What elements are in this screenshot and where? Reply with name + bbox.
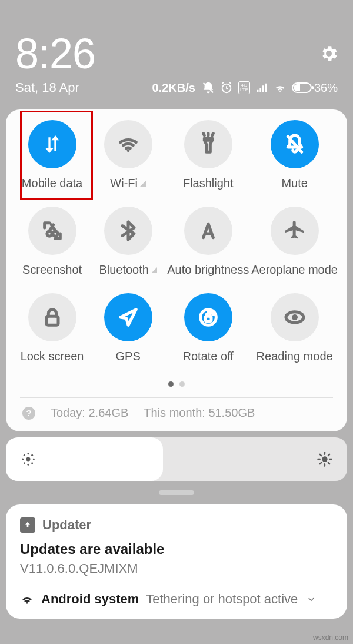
alarm-icon [220,81,233,94]
panel-handle[interactable] [159,490,194,495]
svg-point-14 [33,458,35,460]
notif-title: Updates are available [20,541,333,557]
tile-airplane[interactable]: Aeroplane mode [251,207,338,277]
tile-gps[interactable]: GPS [91,293,165,363]
tile-flashlight[interactable]: Flashlight [167,120,249,190]
status-icons: 0.2KB/s 4GLTE 36% [152,81,338,95]
wifi-status-icon [274,81,287,94]
dnd-icon [202,81,215,94]
tile-wifi[interactable]: Wi-Fi [91,120,165,190]
svg-point-13 [22,458,24,460]
tile-label: Flashlight [183,177,234,190]
signal-icon [255,81,268,94]
bluetooth-icon [104,207,152,255]
airplane-icon [271,207,319,255]
brightness-low-icon [20,451,36,467]
clock-date: Sat, 18 Apr [15,80,79,95]
svg-line-26 [320,463,321,464]
svg-point-9 [292,314,298,320]
page-indicator [12,379,341,389]
data-usage-row[interactable]: ? Today: 2.64GB This month: 51.50GB [12,398,341,420]
tile-mute[interactable]: Mute [251,120,338,190]
tile-screenshot[interactable]: Screenshot [15,207,89,277]
svg-point-15 [24,454,25,456]
clock-time: 8:26 [15,29,338,78]
tile-label: Mobile data [22,177,82,190]
wifi-small-icon [20,592,34,606]
auto-brightness-icon [184,207,232,255]
svg-line-25 [328,463,329,464]
svg-point-16 [31,454,33,456]
svg-point-18 [31,462,33,464]
rotate-icon [184,293,232,341]
screenshot-icon [28,207,76,255]
tile-label: Aeroplane mode [251,263,338,277]
flashlight-icon [184,120,232,168]
notification-card[interactable]: Updater Updates are available V11.0.6.0.… [6,504,347,619]
updater-icon [20,517,35,533]
tile-label: Reading mode [257,350,333,363]
tile-label: Lock screen [21,350,84,363]
mobile-data-icon [28,120,76,168]
volte-icon: 4GLTE [238,81,250,94]
svg-rect-7 [205,316,211,321]
battery-indicator: 36% [292,81,338,95]
tile-label: Rotate off [183,350,234,363]
tile-label: Wi-Fi [110,177,146,190]
brightness-slider[interactable] [6,437,347,481]
watermark: wsxdn.com [313,633,348,642]
tile-lock-screen[interactable]: Lock screen [15,293,89,363]
svg-point-2 [126,150,129,152]
svg-point-17 [24,462,25,464]
svg-point-11 [27,453,29,454]
svg-line-27 [328,454,329,456]
settings-button[interactable] [319,44,339,64]
wifi-icon [104,120,152,168]
tile-label: GPS [116,350,141,363]
svg-line-24 [320,454,321,456]
tile-rotate[interactable]: Rotate off [167,293,249,363]
tile-label: Auto brightness [167,263,249,277]
status-bar: 8:26 Sat, 18 Apr 0.2KB/s 4GLTE 36% [0,0,353,104]
tile-label: Mute [281,177,307,190]
tile-label: Screenshot [22,263,82,277]
info-icon: ? [22,407,35,420]
tile-auto-brightness[interactable]: Auto brightness [167,207,249,277]
brightness-high-icon [317,451,333,467]
reading-icon [271,293,319,341]
notif-app-header: Updater [20,517,333,533]
tile-reading-mode[interactable]: Reading mode [251,293,338,363]
gps-icon [104,293,152,341]
notif-subtitle: V11.0.6.0.QEJMIXM [20,561,333,576]
svg-point-12 [27,464,29,466]
chevron-down-icon [306,594,317,605]
tile-label: Bluetooth [99,263,157,277]
lock-icon [28,293,76,341]
quick-settings-panel: Mobile data Wi-Fi Flashlight Mute Screen [6,109,347,431]
svg-point-19 [322,456,327,462]
svg-point-10 [26,457,31,462]
tile-bluetooth[interactable]: Bluetooth [91,207,165,277]
notif-collapsed-row[interactable]: Android system Tethering or hotspot acti… [20,592,333,607]
network-speed: 0.2KB/s [152,81,195,95]
mute-icon [271,120,319,168]
tile-mobile-data[interactable]: Mobile data [15,120,89,190]
